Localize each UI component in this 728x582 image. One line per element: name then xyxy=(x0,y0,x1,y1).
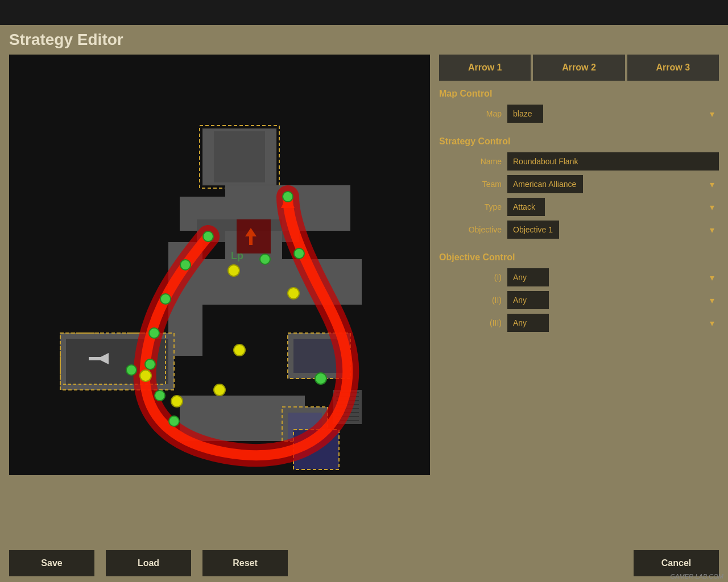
obj-i-select[interactable]: Any Option 1 Option 2 xyxy=(507,268,549,286)
page-title: Strategy Editor xyxy=(9,31,719,49)
objective-select-wrapper[interactable]: Objective 1 Objective 2 Objective 3 xyxy=(507,221,719,239)
obj-ii-select-wrapper[interactable]: Any Option 1 Option 2 xyxy=(507,291,719,309)
svg-point-48 xyxy=(234,344,245,356)
svg-point-46 xyxy=(228,265,239,276)
svg-point-49 xyxy=(214,384,225,396)
svg-point-41 xyxy=(155,390,165,401)
map-select-wrapper[interactable]: blaze dust2 inferno nuke xyxy=(507,105,719,123)
svg-point-50 xyxy=(171,396,183,407)
watermark: GAMER-LAB.COM xyxy=(670,573,723,580)
svg-rect-16 xyxy=(249,236,253,245)
obj-ii-label: (II) xyxy=(439,296,502,305)
save-button[interactable]: Save xyxy=(9,550,94,576)
svg-point-54 xyxy=(126,365,136,375)
objective-control-row: Objective Objective 1 Objective 2 Object… xyxy=(439,221,719,239)
obj-iii-select[interactable]: Any Option 1 Option 2 xyxy=(507,314,549,332)
arrow1-button[interactable]: Arrow 1 xyxy=(439,55,531,81)
arrow-buttons-row: Arrow 1 Arrow 2 Arrow 3 xyxy=(439,55,719,81)
reset-button[interactable]: Reset xyxy=(202,550,288,576)
obj-ii-row: (II) Any Option 1 Option 2 xyxy=(439,291,719,309)
name-control-row: Name xyxy=(439,152,719,171)
type-control-row: Type Attack Defend Rush xyxy=(439,198,719,216)
team-select-wrapper[interactable]: American Alliance Team B Team C xyxy=(507,175,719,193)
svg-text:Lp: Lp xyxy=(231,250,243,261)
arrow2-button[interactable]: Arrow 2 xyxy=(533,55,624,81)
objective-label: Objective xyxy=(439,225,502,234)
map-label: Map xyxy=(439,109,502,118)
team-select[interactable]: American Alliance Team B Team C xyxy=(507,175,583,193)
map-area[interactable]: Lp xyxy=(9,55,430,475)
svg-point-52 xyxy=(315,373,326,384)
team-control-row: Team American Alliance Team B Team C xyxy=(439,175,719,193)
type-select-wrapper[interactable]: Attack Defend Rush xyxy=(507,198,719,216)
map-select[interactable]: blaze dust2 inferno nuke xyxy=(507,105,543,123)
bottom-row: Save Load Reset Cancel xyxy=(9,550,719,576)
team-label: Team xyxy=(439,180,502,189)
load-button[interactable]: Load xyxy=(106,550,191,576)
svg-point-40 xyxy=(145,359,155,369)
obj-i-select-wrapper[interactable]: Any Option 1 Option 2 xyxy=(507,268,719,286)
svg-point-51 xyxy=(140,370,151,381)
arrow3-button[interactable]: Arrow 3 xyxy=(627,55,719,81)
obj-i-row: (I) Any Option 1 Option 2 xyxy=(439,268,719,286)
map-control-row: Map blaze dust2 inferno nuke xyxy=(439,105,719,123)
content-row: Lp xyxy=(9,55,719,544)
name-label: Name xyxy=(439,157,502,166)
obj-iii-row: (III) Any Option 1 Option 2 xyxy=(439,314,719,332)
svg-point-45 xyxy=(283,192,293,202)
obj-i-label: (I) xyxy=(439,273,502,282)
right-panel: Arrow 1 Arrow 2 Arrow 3 Map Control Map … xyxy=(439,55,719,544)
strategy-control-title: Strategy Control xyxy=(439,136,719,147)
svg-rect-13 xyxy=(202,259,362,305)
top-bar xyxy=(0,0,728,25)
obj-ii-select[interactable]: Any Option 1 Option 2 xyxy=(507,291,549,309)
objective-select[interactable]: Objective 1 Objective 2 Objective 3 xyxy=(507,221,559,239)
svg-point-44 xyxy=(294,248,304,259)
svg-point-42 xyxy=(169,416,179,426)
svg-point-38 xyxy=(160,294,171,304)
type-select[interactable]: Attack Defend Rush xyxy=(507,198,545,216)
main-area: Strategy Editor xyxy=(0,25,728,582)
objective-control-title: Objective Control xyxy=(439,252,719,263)
svg-rect-11 xyxy=(89,357,109,360)
obj-iii-label: (III) xyxy=(439,318,502,327)
svg-point-36 xyxy=(203,231,213,242)
obj-iii-select-wrapper[interactable]: Any Option 1 Option 2 xyxy=(507,314,719,332)
svg-point-47 xyxy=(288,288,299,299)
svg-rect-2 xyxy=(214,131,265,182)
map-control-title: Map Control xyxy=(439,89,719,99)
svg-point-43 xyxy=(260,254,270,264)
svg-point-39 xyxy=(149,328,159,338)
name-input[interactable] xyxy=(507,152,719,171)
svg-point-37 xyxy=(180,260,191,270)
type-label: Type xyxy=(439,202,502,211)
